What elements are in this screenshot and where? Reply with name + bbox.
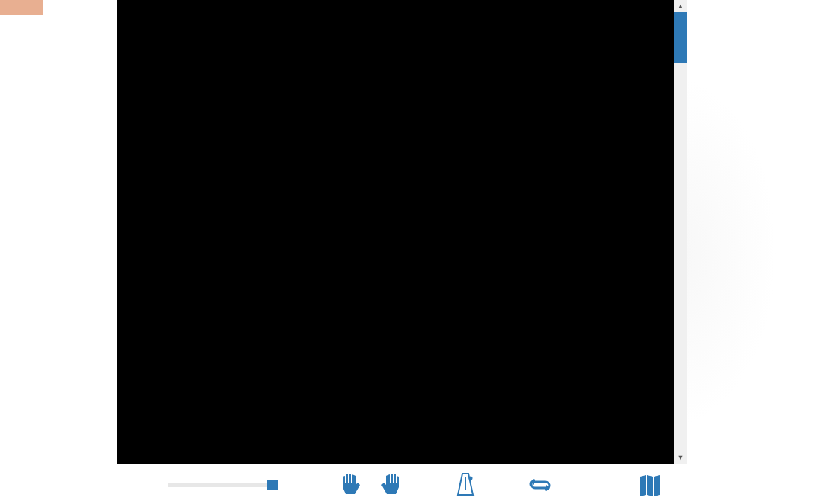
scroll-thumb[interactable] [674,12,687,63]
scroll-down-icon[interactable]: ▼ [674,451,687,464]
metronome-button[interactable] [452,471,479,499]
panel-icon [639,474,661,496]
right-hand-button[interactable] [377,471,404,499]
piano-keyboard [0,0,107,496]
left-hand-button[interactable] [337,471,365,499]
sheet-scrollbar[interactable]: ▲ ▼ [674,0,687,464]
panel-toggle-button[interactable] [636,471,664,499]
accordion-fan-bg [687,0,827,504]
svg-point-0 [469,477,473,480]
hand-left-icon [340,473,362,497]
loop-button[interactable] [526,471,554,499]
hand-right-icon [380,473,401,497]
sheet-view[interactable] [117,0,674,464]
loop-icon [527,476,553,494]
scroll-up-icon[interactable]: ▲ [674,0,687,12]
accordion-panel [687,0,827,504]
tempo-slider-thumb[interactable] [267,480,278,490]
toolbar [107,466,674,504]
tempo-slider[interactable] [168,483,275,487]
sheet-canvas [117,0,674,464]
metronome-icon [454,472,477,498]
menu-button[interactable] [0,0,43,15]
